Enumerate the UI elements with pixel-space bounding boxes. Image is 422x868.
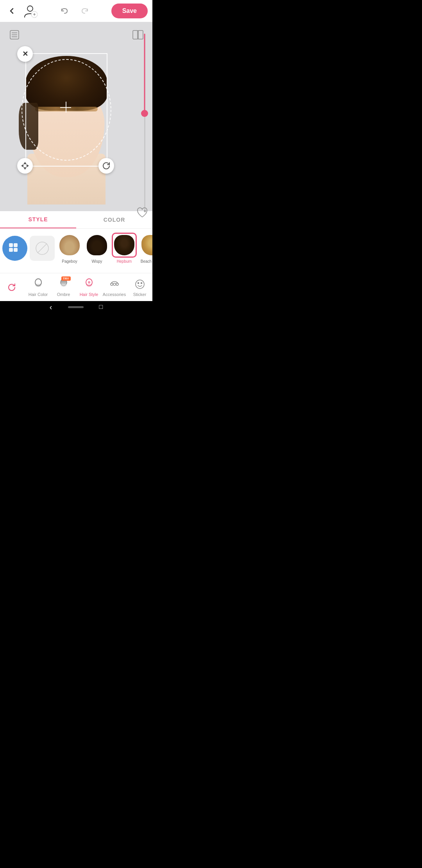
svg-rect-18 [14, 243, 18, 247]
sticker-label: Sticker [133, 292, 147, 297]
nav-item-reset[interactable] [0, 273, 25, 301]
redo-button[interactable] [78, 4, 92, 18]
svg-marker-13 [21, 164, 23, 167]
hair-style-icon [83, 278, 95, 291]
svg-point-30 [141, 282, 142, 283]
top-bar-center [57, 4, 92, 18]
svg-point-0 [27, 6, 33, 11]
selection-box [25, 53, 107, 167]
rotate-handle[interactable] [98, 158, 114, 174]
back-button[interactable] [5, 4, 19, 18]
bottom-nav: Hair Color TR [0, 273, 152, 301]
none-thumb [30, 236, 55, 261]
svg-point-28 [136, 280, 144, 289]
pageboy-thumb [57, 233, 82, 258]
system-home[interactable] [68, 306, 84, 308]
style-option-category[interactable] [2, 236, 27, 261]
avatar-button[interactable]: + [22, 3, 38, 19]
hepburn-label: Hepburn [117, 259, 132, 264]
tab-bar: STYLE COLOR [0, 211, 152, 229]
top-bar-left: + [5, 3, 38, 19]
try-badge: TRY [61, 276, 71, 281]
move-handle[interactable] [17, 158, 33, 174]
ombre-label: Ombre [57, 292, 70, 297]
style-option-none[interactable] [30, 236, 55, 261]
tab-style[interactable]: STYLE [0, 211, 76, 228]
category-thumb [2, 236, 27, 261]
top-bar: + Save [0, 0, 152, 22]
svg-rect-20 [14, 248, 18, 252]
nav-item-hair-color[interactable]: Hair Color [25, 273, 51, 301]
close-handle[interactable]: ✕ [17, 46, 33, 62]
svg-marker-12 [23, 167, 27, 170]
accessories-label: Accessories [103, 292, 126, 297]
style-option-pageboy[interactable]: Pageboy [57, 233, 82, 264]
svg-point-27 [88, 281, 90, 283]
system-back[interactable]: ‹ [50, 303, 52, 312]
reset-icon [7, 281, 19, 294]
bottom-section: STYLE COLOR [0, 211, 152, 301]
save-button[interactable]: Save [111, 4, 148, 18]
style-option-beach-wave[interactable]: Beach Wave [139, 233, 152, 264]
svg-marker-11 [23, 162, 27, 164]
nav-item-ombre[interactable]: TRY Ombre [51, 273, 76, 301]
list-icon[interactable] [6, 27, 23, 43]
sticker-icon [134, 278, 146, 291]
svg-marker-14 [27, 164, 29, 167]
accessories-icon [108, 278, 121, 291]
system-nav: ‹ □ [0, 301, 152, 313]
compare-icon[interactable] [130, 27, 146, 43]
hair-color-icon [32, 278, 45, 291]
svg-line-22 [38, 244, 47, 253]
nav-item-hair-style[interactable]: Hair Style [76, 273, 102, 301]
svg-rect-8 [138, 30, 143, 39]
svg-rect-17 [9, 243, 13, 247]
beach-wave-label: Beach Wave [141, 259, 152, 264]
nav-item-accessories[interactable]: Accessories [102, 273, 127, 301]
opacity-slider[interactable] [139, 34, 150, 211]
undo-button[interactable] [57, 4, 72, 18]
top-bar-right: Save [111, 4, 148, 18]
canvas-area: ✕ [0, 22, 152, 223]
wispy-label: Wispy [91, 259, 102, 264]
system-recent[interactable]: □ [99, 303, 103, 310]
hepburn-thumb [112, 233, 137, 258]
pageboy-label: Pageboy [62, 259, 77, 264]
styles-container: STYLE COLOR [0, 211, 152, 273]
svg-rect-7 [133, 30, 138, 39]
nav-item-sticker[interactable]: Sticker [127, 273, 152, 301]
hair-color-label: Hair Color [29, 292, 48, 297]
beach-wave-thumb [139, 233, 152, 258]
canvas-toolbar [0, 27, 152, 43]
ombre-icon-wrap: TRY [57, 278, 70, 291]
hair-style-label: Hair Style [80, 292, 98, 297]
favorite-button[interactable] [134, 205, 150, 221]
wispy-thumb [84, 233, 109, 258]
svg-point-29 [138, 282, 139, 283]
svg-text:+: + [33, 12, 36, 17]
hair-style-row: Pageboy Wispy Hepburn [0, 229, 152, 267]
svg-rect-19 [9, 248, 13, 252]
style-option-wispy[interactable]: Wispy [84, 233, 109, 264]
style-option-hepburn[interactable]: Hepburn [112, 233, 137, 264]
